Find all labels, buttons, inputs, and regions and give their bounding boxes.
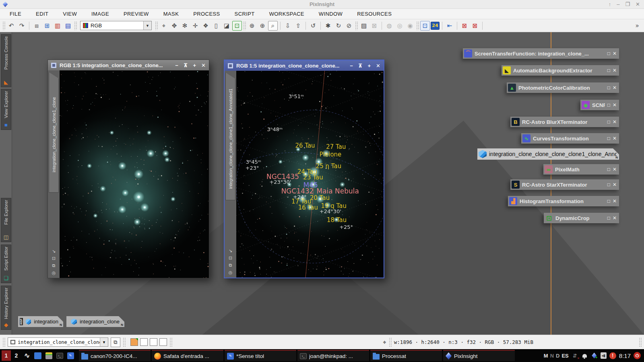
close-icon[interactable]: ✕	[201, 62, 206, 68]
workspace-button[interactable]: 1	[2, 350, 11, 361]
toolbar-handle[interactable]	[2, 21, 5, 30]
menu-item[interactable]: PROCESS	[193, 11, 220, 17]
close-window-icon[interactable]: ✕	[636, 1, 640, 7]
chevron-down-icon[interactable]: ▼	[143, 21, 151, 30]
stf-apply-icon[interactable]: ◎	[395, 21, 405, 31]
redo-icon[interactable]: ↷	[17, 21, 27, 31]
launcher-button[interactable]	[44, 350, 54, 361]
close-icon[interactable]: ✕	[613, 167, 617, 172]
screen-transfer-icon[interactable]: ⊡	[420, 21, 430, 31]
close-icon[interactable]: ✕	[613, 68, 617, 73]
process-icon[interactable]: ▟ HistogramTransformation □ ✕ N	[508, 196, 619, 206]
close-icon[interactable]: ✕	[613, 136, 617, 141]
menu-item[interactable]: PREVIEW	[124, 11, 149, 17]
close-icon[interactable]: ✕	[613, 119, 617, 125]
launcher-button[interactable]: ✎	[66, 350, 75, 361]
zoom-icon[interactable]: +	[193, 62, 196, 68]
toolbar-handle[interactable]	[74, 21, 77, 30]
iconize-icon[interactable]: □	[607, 68, 610, 73]
toolbar-handle[interactable]	[123, 337, 126, 347]
dock-tab[interactable]: File Explorer ◫	[1, 198, 11, 242]
keyboard-layout-indicator[interactable]: ES	[561, 353, 568, 359]
process-delete-icon[interactable]: ⊘	[344, 21, 354, 31]
iconize-icon[interactable]: □	[607, 198, 610, 204]
process-icon[interactable]: ◣ AutomaticBackgroundExtractor □ ✕ N	[502, 65, 619, 76]
taskbar-task-button[interactable]: ✎ *Sense títol	[225, 350, 296, 361]
contract-view-icon[interactable]: ✻	[180, 21, 190, 31]
close-icon[interactable]: ✕	[613, 102, 617, 108]
revert-icon[interactable]: ↺	[308, 21, 318, 31]
pixinsight-updates-icon[interactable]: +	[591, 352, 598, 359]
clock[interactable]: 8:17	[619, 352, 631, 359]
shade-icon[interactable]: ⊼	[184, 62, 188, 68]
process-history-icon[interactable]: ↻	[334, 21, 343, 31]
toolbar-handle[interactable]	[169, 337, 172, 347]
stf-auto-icon[interactable]: ◍	[384, 21, 394, 31]
view-tab[interactable]: integration_clone_clone_clone1_clone	[49, 72, 59, 193]
color-depth-24-icon[interactable]: 24	[431, 22, 440, 30]
os-window-titlebar[interactable]: PixInsight ↑ – ❐ ✕	[0, 0, 644, 9]
taskbar-task-button[interactable]: Processat	[370, 350, 442, 361]
menu-item[interactable]: VIEW	[63, 11, 77, 17]
iconize-icon[interactable]: □	[607, 102, 610, 108]
view-tab[interactable]: integration_clone_clone_clone1_clone_Ann…	[225, 72, 235, 200]
network-offline-icon[interactable]: ⇵	[572, 352, 578, 359]
toolbar-handle[interactable]	[2, 337, 5, 347]
taskbar-task-button[interactable]: PixInsight	[443, 350, 515, 361]
close-icon[interactable]: ✕	[613, 182, 617, 187]
close-window-icon[interactable]: ⊠	[460, 21, 469, 31]
toolbar-handle[interactable]	[243, 21, 246, 30]
close-icon[interactable]: ✕	[613, 51, 617, 56]
menu-item[interactable]: MASK	[163, 11, 179, 17]
launcher-button[interactable]: ∿	[22, 350, 32, 361]
process-icon[interactable]: ∿ CurvesTransformation □ ✕ N	[521, 133, 619, 144]
iconize-icon[interactable]: □	[607, 119, 610, 125]
close-icon[interactable]: ✕	[376, 63, 380, 69]
menu-item[interactable]: IMAGE	[91, 11, 109, 17]
process-icon[interactable]: B RC-Astro BlurXTerminator □ ✕ N	[510, 117, 619, 127]
launcher-button[interactable]	[33, 350, 43, 361]
iconize-icon[interactable]: □	[607, 167, 610, 172]
keyboard-layout-indicator[interactable]: N	[550, 353, 554, 359]
zoom-actual-icon[interactable]: ✛	[190, 21, 200, 31]
view-strip-icon[interactable]: ⧉	[229, 263, 232, 268]
view-mode-button[interactable]: ⧉	[111, 337, 120, 347]
view-find-icon[interactable]: ⌕	[268, 21, 278, 31]
taskbar-task-button[interactable]: ›_ joan@thinkpad: ...	[297, 350, 369, 361]
new-preview-icon[interactable]: ▯	[211, 21, 221, 31]
view-strip-icon[interactable]: ⊡	[229, 255, 232, 261]
image-window-1[interactable]: RGB 1:5 integration_clone_clone_clone...…	[47, 60, 209, 278]
remove-mask-icon[interactable]: ⊠	[369, 21, 379, 31]
menu-item[interactable]: EDIT	[36, 11, 48, 17]
power-button-icon[interactable]: ⏻	[634, 352, 641, 359]
keyboard-layout-indicator[interactable]: D	[556, 353, 559, 359]
image-window-2-titlebar[interactable]: RGB 1:5 integration_clone_clone_clone...…	[225, 60, 384, 71]
image-window-2[interactable]: RGB 1:5 integration_clone_clone_clone...…	[224, 60, 384, 278]
notifications-bell-icon[interactable]	[581, 352, 588, 359]
view-strip-icon[interactable]: ↘	[52, 249, 56, 254]
process-icon[interactable]: ∞ PixelMath □ ✕ N	[543, 164, 619, 175]
toolbar-handle[interactable]	[389, 337, 392, 347]
image-view-2[interactable]: 3ʰ51ᵐ3ʰ48ᵐ3ʰ45ᵐ+23°26 Tau27 TauPleione25…	[236, 71, 384, 278]
minimize-icon[interactable]: −	[175, 62, 178, 68]
process-icon[interactable]: ⊡ DynamicCrop □ ✕ N	[544, 213, 619, 223]
iconize-icon[interactable]: □	[607, 51, 610, 56]
channel-extract-icon[interactable]: ▥	[53, 21, 62, 31]
menu-item[interactable]: WINDOW	[319, 11, 343, 17]
channel-combine-icon[interactable]: ▤	[63, 21, 73, 31]
shade-icon[interactable]: ⊼	[358, 63, 363, 69]
workspace-swatch-3[interactable]	[150, 338, 157, 346]
expand-view-icon[interactable]: ✥	[169, 21, 179, 31]
iconize-icon[interactable]: □	[607, 136, 610, 141]
minimize-icon[interactable]: −	[350, 63, 353, 69]
toolbar-handle[interactable]	[416, 21, 419, 30]
undo-icon[interactable]: ↶	[6, 21, 16, 31]
close-icon[interactable]: ✕	[613, 198, 617, 204]
view-strip-icon[interactable]: ◎	[229, 270, 233, 275]
toolbar-handle[interactable]	[155, 21, 158, 30]
taskbar-task-button[interactable]: canon70-200-IC4...	[79, 350, 151, 361]
process-icon[interactable]: ⌒ ScreenTransferFunction: integration_cl…	[463, 48, 619, 59]
iconize-icon[interactable]: □	[607, 85, 610, 90]
fit-view-icon[interactable]: ❖	[201, 21, 211, 31]
menu-item[interactable]: RESOURCES	[357, 11, 392, 17]
